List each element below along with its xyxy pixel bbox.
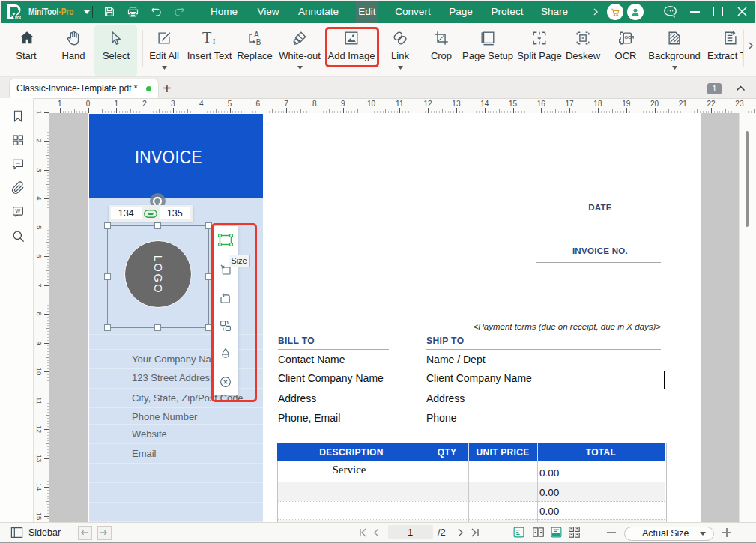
svg-text:W: W	[15, 208, 20, 214]
svg-text:T: T	[202, 30, 211, 46]
svg-text:PDF: PDF	[15, 16, 21, 20]
svg-text:A: A	[254, 31, 259, 39]
svg-text:B: B	[256, 38, 261, 46]
svg-text:I: I	[212, 37, 215, 46]
svg-text:OCR: OCR	[624, 35, 634, 40]
